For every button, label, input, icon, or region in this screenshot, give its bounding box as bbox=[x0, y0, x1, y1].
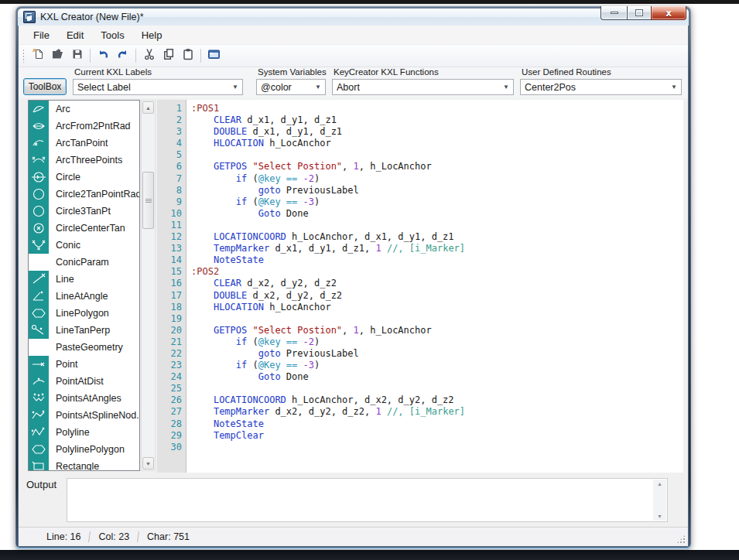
list-item-circle3tanpt[interactable]: Circle3TanPt bbox=[29, 203, 139, 220]
combo-group-label: System Variables bbox=[258, 67, 326, 77]
code-line-29[interactable]: TempClear bbox=[191, 430, 683, 442]
code-line-4[interactable]: HLOCATION h_LocAnchor bbox=[191, 138, 683, 149]
code-editor[interactable]: 1234567891011121314151617181920212223242… bbox=[157, 100, 683, 473]
undo-button[interactable] bbox=[94, 46, 113, 65]
code-line-19[interactable] bbox=[191, 313, 683, 325]
list-item-label: Circle3TanPt bbox=[56, 206, 111, 217]
list-item-arc[interactable]: Arc bbox=[29, 101, 139, 118]
list-item-point[interactable]: Point bbox=[29, 356, 139, 373]
scroll-up-icon[interactable]: ▲ bbox=[657, 481, 662, 487]
new-file-button[interactable] bbox=[29, 46, 48, 65]
open-file-button[interactable] bbox=[48, 46, 67, 65]
list-item-conic[interactable]: Conic bbox=[29, 237, 139, 254]
combo-keycreator-kxl-functions[interactable]: Abort▼ bbox=[332, 79, 514, 95]
list-item-circle[interactable]: Circle bbox=[29, 169, 139, 186]
code-line-8[interactable]: goto PreviousLabel bbox=[191, 185, 683, 196]
scroll-down-icon[interactable]: ▼ bbox=[657, 514, 662, 519]
code-line-20[interactable]: GETPOS "Select Postion", 1, h_LocAnchor bbox=[191, 325, 683, 336]
output-scrollbar[interactable]: ▲ ▼ bbox=[653, 480, 666, 521]
window-controls: x bbox=[600, 6, 686, 20]
code-line-30[interactable] bbox=[191, 442, 683, 453]
cut-button[interactable] bbox=[139, 46, 159, 65]
code-line-13[interactable]: TempMarker d_x1, d_y1, d_z1, 1 //, [i_Ma… bbox=[191, 243, 683, 254]
list-item-pointsatsplinenod-[interactable]: PointsAtSplineNod... bbox=[29, 407, 139, 424]
code-line-22[interactable]: goto PreviousLabel bbox=[191, 348, 683, 360]
list-item-circle2tanpointrad[interactable]: Circle2TanPointRad bbox=[29, 186, 139, 203]
chevron-down-icon[interactable]: ▼ bbox=[315, 84, 321, 90]
code-line-10[interactable]: Goto Done bbox=[191, 208, 683, 220]
scroll-down-icon[interactable]: ▼ bbox=[142, 457, 154, 470]
circle-icon bbox=[29, 203, 49, 220]
circle-icon bbox=[29, 186, 49, 203]
code-line-5[interactable] bbox=[191, 149, 683, 161]
minimize-button[interactable] bbox=[600, 6, 628, 20]
code-line-6[interactable]: GETPOS "Select Postion", 1, h_LocAnchor bbox=[191, 161, 683, 172]
scroll-up-icon[interactable]: ▲ bbox=[142, 101, 154, 114]
line-number: 30 bbox=[157, 442, 182, 453]
menu-item-help[interactable]: Help bbox=[133, 27, 171, 43]
maximize-button[interactable] bbox=[628, 6, 651, 20]
code-line-24[interactable]: Goto Done bbox=[191, 371, 683, 383]
save-file-button[interactable] bbox=[67, 46, 87, 65]
scrollbar-thumb[interactable] bbox=[142, 172, 154, 229]
code-token: DOUBLE bbox=[214, 126, 247, 137]
list-item-arcfrom2pntrad[interactable]: ArcFrom2PntRad bbox=[29, 118, 139, 135]
menu-item-tools[interactable]: Tools bbox=[92, 27, 132, 43]
list-item-circlecentertan[interactable]: CircleCenterTan bbox=[29, 220, 139, 237]
list-item-conicparam[interactable]: ConicParam bbox=[29, 254, 139, 271]
close-button[interactable]: x bbox=[651, 6, 686, 20]
code-line-25[interactable] bbox=[191, 383, 683, 394]
code-token: ) bbox=[314, 196, 320, 207]
code-line-7[interactable]: if (@key == -2) bbox=[191, 173, 683, 185]
copy-icon bbox=[163, 48, 175, 63]
code-line-27[interactable]: TempMarker d_x2, d_y2, d_z2, 1 //, [i_Ma… bbox=[191, 406, 683, 418]
list-item-arcthreepoints[interactable]: ArcThreePoints bbox=[29, 152, 139, 169]
toolbox-button[interactable]: ToolBox bbox=[23, 78, 67, 95]
list-scrollbar[interactable]: ▲ ▼ bbox=[141, 100, 156, 471]
list-item-linetanperp[interactable]: LineTanPerp bbox=[29, 322, 139, 339]
combo-current-kxl-labels[interactable]: Select Label▼ bbox=[73, 79, 243, 95]
code-line-2[interactable]: CLEAR d_x1, d_y1, d_z1 bbox=[191, 114, 683, 126]
code-line-18[interactable]: HLOCATION h_LocAnchor bbox=[191, 302, 683, 313]
console-button[interactable] bbox=[204, 46, 224, 65]
list-item-linepolygon[interactable]: LinePolygon bbox=[29, 305, 139, 322]
code-line-9[interactable]: if (@Key == -3) bbox=[191, 196, 683, 208]
menu-item-file[interactable]: File bbox=[25, 27, 58, 43]
copy-button[interactable] bbox=[159, 46, 178, 65]
code-line-12[interactable]: LOCATIONCOORD h_LocAnchor, d_x1, d_y1, d… bbox=[191, 231, 683, 243]
code-line-28[interactable]: NoteState bbox=[191, 418, 683, 430]
list-item-line[interactable]: Line bbox=[29, 271, 139, 288]
list-item-pointatdist[interactable]: PointAtDist bbox=[29, 373, 139, 390]
combo-system-variables[interactable]: @color▼ bbox=[256, 79, 326, 95]
title-bar[interactable]: KXL Creator (New File)* bbox=[18, 9, 689, 26]
chevron-down-icon[interactable]: ▼ bbox=[232, 84, 238, 90]
code-line-23[interactable]: if (@Key == -3) bbox=[191, 360, 683, 371]
redo-button[interactable] bbox=[113, 46, 132, 65]
chevron-down-icon[interactable]: ▼ bbox=[671, 84, 677, 90]
code-line-14[interactable]: NoteState bbox=[191, 254, 683, 266]
code-line-1[interactable]: :POS1 bbox=[191, 103, 683, 114]
list-item-pastegeometry[interactable]: PasteGeometry bbox=[29, 339, 139, 356]
chevron-down-icon[interactable]: ▼ bbox=[503, 84, 509, 90]
menu-item-edit[interactable]: Edit bbox=[58, 27, 92, 43]
paste-button[interactable] bbox=[178, 46, 197, 65]
combo-user-defined-routines[interactable]: Center2Pos▼ bbox=[520, 79, 682, 95]
code-line-15[interactable]: :POS2 bbox=[191, 266, 683, 278]
list-item-polyline[interactable]: Polyline bbox=[29, 424, 139, 441]
list-item-arctanpoint[interactable]: ArcTanPoint bbox=[29, 135, 139, 152]
list-item-rectangle[interactable]: Rectangle bbox=[29, 458, 139, 471]
output-textarea[interactable]: ▲ ▼ bbox=[67, 478, 668, 522]
code-line-11[interactable] bbox=[191, 220, 683, 231]
code-line-3[interactable]: DOUBLE d_x1, d_y1, d_z1 bbox=[191, 126, 683, 138]
list-item-lineatangle[interactable]: LineAtAngle bbox=[29, 288, 139, 305]
code-token: -2 bbox=[303, 173, 314, 184]
code-line-17[interactable]: DOUBLE d_x2, d_y2, d_z2 bbox=[191, 290, 683, 302]
code-line-16[interactable]: CLEAR d_x2, d_y2, d_z2 bbox=[191, 278, 683, 289]
list-item-pointsatangles[interactable]: PointsAtAngles bbox=[29, 390, 139, 407]
list-item-polylinepolygon[interactable]: PolylinePolygon bbox=[29, 441, 139, 458]
code-area[interactable]: :POS1 CLEAR d_x1, d_y1, d_z1 DOUBLE d_x1… bbox=[186, 100, 683, 473]
code-line-26[interactable]: LOCATIONCOORD h_LocAnchor, d_x2, d_y2, d… bbox=[191, 394, 683, 406]
code-line-21[interactable]: if (@key == -2) bbox=[191, 336, 683, 348]
toolbar-grip[interactable] bbox=[22, 49, 26, 63]
resize-grip-icon[interactable] bbox=[676, 534, 686, 544]
